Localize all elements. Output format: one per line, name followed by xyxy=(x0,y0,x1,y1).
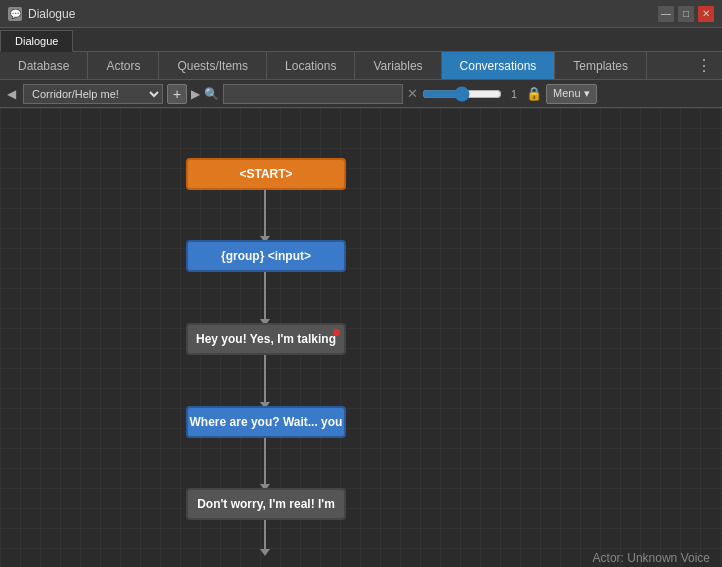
tab-database[interactable]: Database xyxy=(0,52,88,79)
zoom-slider[interactable] xyxy=(422,86,502,102)
tab-conversations[interactable]: Conversations xyxy=(442,52,556,79)
close-button[interactable]: ✕ xyxy=(698,6,714,22)
search-input[interactable] xyxy=(223,84,403,104)
dialogue-tab-bar: Dialogue xyxy=(0,28,722,52)
minimize-button[interactable]: — xyxy=(658,6,674,22)
zoom-value: 1 xyxy=(506,88,522,100)
node-response3[interactable]: Don't worry, I'm real! I'm xyxy=(186,488,346,520)
search-icon: 🔍 xyxy=(204,87,219,101)
dialogue-icon: 💬 xyxy=(8,7,22,21)
lock-icon: 🔒 xyxy=(526,86,542,101)
status-bar: Maniac Manfred X Actor: Unknown Voice Co… xyxy=(0,545,722,567)
tab-quests[interactable]: Quests/Items xyxy=(159,52,267,79)
actor-label: Actor: Unknown Voice xyxy=(593,549,710,567)
node-input[interactable]: {group} <input> xyxy=(186,240,346,272)
kebab-button[interactable]: ⋮ xyxy=(690,56,718,75)
title-bar-left: 💬 Dialogue xyxy=(8,7,75,21)
menu-bar: Database Actors Quests/Items Locations V… xyxy=(0,52,722,80)
app-title: Dialogue xyxy=(28,7,75,21)
node-response2[interactable]: Where are you? Wait... you xyxy=(186,406,346,438)
nav-forward-button[interactable]: ▶ xyxy=(191,87,200,101)
title-bar: 💬 Dialogue — □ ✕ xyxy=(0,0,722,28)
tab-actors[interactable]: Actors xyxy=(88,52,159,79)
red-dot-indicator xyxy=(333,329,340,336)
tab-dialogue[interactable]: Dialogue xyxy=(0,30,73,52)
canvas-area[interactable]: <START> {group} <input> Hey you! Yes, I'… xyxy=(0,108,722,567)
window-controls: — □ ✕ xyxy=(658,6,714,22)
toolbar: ◀ Corridor/Help me! + ▶ 🔍 ✕ 1 🔒 Menu ▾ xyxy=(0,80,722,108)
node-start[interactable]: <START> xyxy=(186,158,346,190)
tab-templates[interactable]: Templates xyxy=(555,52,647,79)
node-response1[interactable]: Hey you! Yes, I'm talking xyxy=(186,323,346,355)
add-conversation-button[interactable]: + xyxy=(167,84,187,104)
tab-variables[interactable]: Variables xyxy=(355,52,441,79)
tab-locations[interactable]: Locations xyxy=(267,52,355,79)
menu-button[interactable]: Menu ▾ xyxy=(546,84,597,104)
connectors-svg xyxy=(0,108,722,567)
restore-button[interactable]: □ xyxy=(678,6,694,22)
menu-bar-right: ⋮ xyxy=(690,52,722,79)
status-right-info: Actor: Unknown Voice Conversant: Manfred xyxy=(593,549,710,567)
search-clear-button[interactable]: ✕ xyxy=(407,86,418,101)
svg-marker-9 xyxy=(260,549,270,556)
nav-back-button[interactable]: ◀ xyxy=(4,85,19,103)
conversation-dropdown[interactable]: Corridor/Help me! xyxy=(23,84,163,104)
